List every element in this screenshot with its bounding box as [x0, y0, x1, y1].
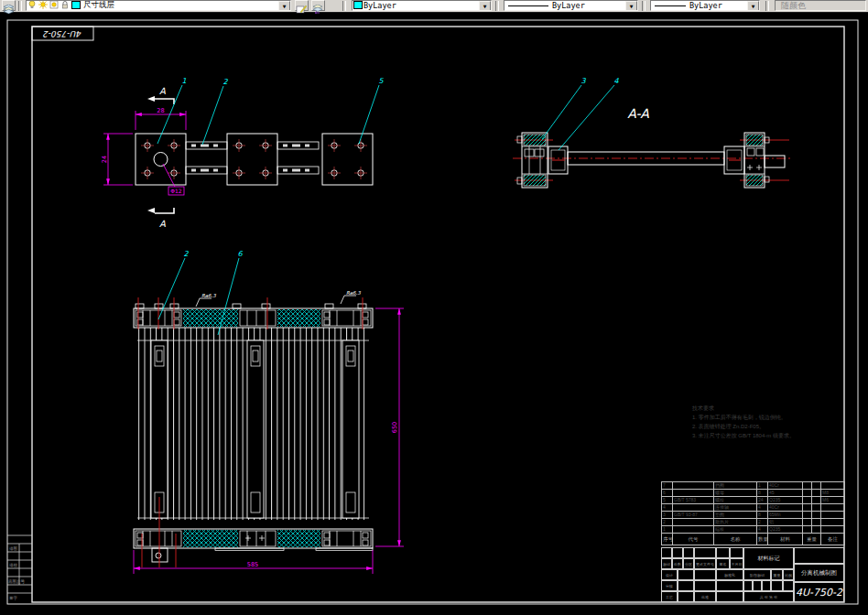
dim-width: 28 [157, 107, 164, 114]
section-view-title: A-A [627, 106, 649, 121]
layers-dialog-button[interactable] [2, 0, 16, 11]
bom-row: 3GB/T 93-87垫圈865Mn [662, 512, 845, 519]
layers-icon [3, 5, 15, 14]
rev-label: 年月日 [730, 558, 743, 569]
drawing-number: 4U-750-2 [794, 582, 844, 602]
scale-label: 比例 [783, 569, 794, 580]
margin-table-labels: 描图 描校 底图总号 签字 [8, 546, 26, 600]
svg-text:底图总号: 底图总号 [8, 579, 26, 584]
balloon-6: 6 [237, 250, 243, 258]
lock-icon[interactable] [60, 0, 70, 11]
layer-dropdown[interactable]: 尺寸线层 ▼ [26, 0, 291, 11]
color-dropdown-arrow[interactable]: ▼ [479, 1, 491, 11]
check-label: 审核 [661, 580, 678, 591]
linetype-sample [508, 5, 548, 6]
dim-overall-width: 585 [247, 561, 258, 568]
hole-diameter-label: Φ12 [170, 188, 182, 194]
rev-label: 分区 [683, 558, 694, 569]
lineweight-dropdown[interactable]: ByLayer ▼ [650, 0, 760, 11]
lineweight-dropdown-arrow[interactable]: ▼ [747, 1, 759, 11]
corner-drawing-number: 4U-750-2 [42, 29, 81, 38]
roughness-symbol-1: Ra6.3 [196, 293, 216, 308]
drawing-canvas[interactable]: 4U-750-2 描图 描校 底图总号 签字 A [0, 12, 868, 615]
bom-row: 5GB/T 5783螺栓24Q235M6 [662, 497, 845, 504]
current-lineweight-value: ByLayer [689, 1, 722, 10]
design-label: 设计 [661, 569, 678, 580]
rev-label: 更改文件号 [694, 558, 716, 569]
toolbar-separator [765, 1, 769, 11]
color-swatch [353, 1, 363, 11]
svg-text:描校: 描校 [8, 563, 18, 567]
top-view-dimensions [103, 111, 186, 195]
approve-label: 批准 [694, 591, 716, 602]
toolbar-separator [495, 1, 499, 11]
dim-height: 24 [101, 156, 108, 163]
freeze-sun-icon[interactable] [38, 0, 48, 11]
technical-notes: 技术要求 1. 零件加工后不得有毛刺，锐边倒钝。 2. 表面镀锌处理 Zn.D2… [692, 404, 852, 440]
stage-label: 阶段标记 [743, 569, 771, 580]
company-name: 分离机械制图 [794, 564, 844, 582]
weight-label: 重量 [771, 569, 783, 580]
plotstyle-dropdown: 随颜色 [775, 0, 866, 11]
layer-dropdown-arrow[interactable]: ▼ [278, 1, 290, 11]
layer-previous-icon [312, 5, 323, 14]
color-dropdown[interactable]: ByLayer ▼ [352, 0, 492, 11]
balloon-4: 4 [613, 77, 619, 85]
viewport-freeze-icon[interactable] [49, 0, 59, 11]
sheet-info: 共 张 第 张 [743, 591, 794, 602]
balloon-1: 1 [181, 77, 186, 85]
rev-label: 处数 [672, 558, 683, 569]
linetype-dropdown-arrow[interactable]: ▼ [625, 1, 637, 11]
balloon-2b: 2 [183, 250, 189, 258]
rev-label: 标记 [661, 558, 672, 569]
notes-title: 技术要求 [692, 404, 852, 413]
top-view: A A 28 24 Φ12 1 2 5 [101, 77, 385, 229]
linetype-dropdown[interactable]: ByLayer ▼ [504, 0, 638, 11]
material-mark-label: 材料标记 [743, 547, 794, 569]
svg-text:Ra6.3: Ra6.3 [346, 290, 361, 296]
lineweight-sample [655, 5, 686, 6]
bom-header-row: 序号代号名称数量材料重量备注 [662, 534, 845, 545]
balloon-2: 2 [222, 78, 228, 86]
title-block: 标记 处数 分区 更改文件号 签名 年月日 设计 标准化 审核 工艺 批准 材料… [661, 547, 844, 602]
toolbar-separator [342, 1, 346, 11]
layer-color-swatch[interactable] [71, 1, 81, 11]
front-view: Ra6.3 Ra6.3 [134, 250, 404, 574]
layers-properties-toolbar: 尺寸线层 ▼ ByLayer ▼ ByLayer ▼ ByLayer ▼ 随颜色 [0, 0, 868, 13]
current-linetype-value: ByLayer [552, 1, 585, 10]
bom-row: 2散热片2铝 [662, 519, 845, 526]
section-mark-bottom: A [147, 208, 174, 229]
bom-table: 7挡圈140Cr 6螺母845M8 5GB/T 5783螺栓24Q235M6 4… [661, 481, 845, 545]
svg-text:描图: 描图 [8, 546, 17, 551]
process-label: 工艺 [661, 591, 678, 602]
current-layer-name: 尺寸线层 [83, 0, 114, 11]
svg-text:Ra6.3: Ra6.3 [201, 293, 216, 298]
bom-row: 4连接轴440Cr [662, 504, 845, 512]
make-object-layer-current-button[interactable] [295, 0, 309, 11]
bom-row: 7挡圈140Cr [662, 482, 845, 490]
plotstyle-value: 随颜色 [781, 0, 806, 12]
notes-line-2: 2. 表面镀锌处理 Zn.D2-F05。 [692, 422, 852, 431]
section-mark-top: A [147, 86, 174, 104]
bulb-icon[interactable] [27, 0, 37, 11]
dim-overall-height: 650 [391, 422, 398, 433]
toolbar-separator [18, 1, 22, 11]
top-view-balloons [157, 85, 379, 145]
balloon-3: 3 [580, 77, 586, 85]
balloon-5: 5 [378, 77, 384, 85]
current-color-value: ByLayer [363, 1, 396, 10]
svg-text:A: A [159, 219, 166, 229]
svg-text:A: A [159, 86, 166, 96]
cad-application-window: { "toolbar": { "layer_combo": { "value":… [0, 0, 868, 615]
layer-previous-button[interactable] [311, 0, 325, 11]
standard-label: 标准化 [716, 569, 743, 580]
rev-label: 签名 [716, 558, 730, 569]
svg-text:签字: 签字 [9, 596, 18, 600]
notes-line-3: 3. 未注尺寸公差按 GB/T 1804-m 级要求。 [692, 431, 852, 440]
notes-line-1: 1. 零件加工后不得有毛刺，锐边倒钝。 [692, 413, 852, 422]
section-view: A-A [513, 77, 793, 188]
toolbar-separator [642, 1, 646, 11]
bom-row: 1端板4Q235 [662, 526, 845, 534]
roughness-symbol-2: Ra6.3 [341, 290, 361, 305]
bom-row: 6螺母845M8 [662, 490, 845, 497]
